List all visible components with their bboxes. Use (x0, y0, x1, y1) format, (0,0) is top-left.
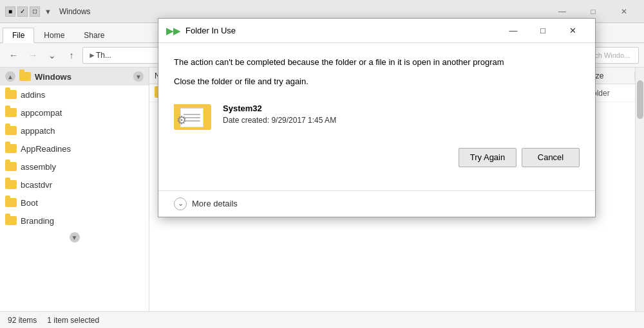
try-again-button[interactable]: Try Again (459, 148, 516, 167)
dialog-footer: ⌄ More details (158, 190, 595, 217)
dialog-buttons: Try Again Cancel (174, 148, 580, 167)
more-details-link[interactable]: More details (192, 199, 238, 208)
cancel-button[interactable]: Cancel (522, 148, 580, 167)
folder-date: Date created: 9/29/2017 1:45 AM (223, 116, 336, 125)
dialog-folder-info: ⚙ System32 Date created: 9/29/2017 1:45 … (174, 99, 580, 130)
dialog-maximize-button[interactable]: □ (528, 21, 558, 41)
folder-detail: System32 Date created: 9/29/2017 1:45 AM (223, 104, 336, 125)
dialog-controls: — □ ✕ (498, 21, 587, 41)
dialog-body: The action can't be completed because th… (158, 43, 595, 190)
dialog-title-icon: ▶▶ (166, 26, 180, 36)
dialog-message-sub: Close the folder or file and try again. (174, 77, 580, 86)
green-arrow-icon: ▶▶ (166, 26, 180, 36)
dialog-minimize-button[interactable]: — (498, 21, 528, 41)
chevron-down-icon: ⌄ (178, 199, 184, 208)
dialog-close-button[interactable]: ✕ (558, 21, 587, 41)
folder-name: System32 (223, 104, 336, 113)
more-details-icon[interactable]: ⌄ (174, 197, 187, 210)
gear-icon: ⚙ (176, 114, 187, 126)
dialog-overlay: ▶▶ Folder In Use — □ ✕ The action can't … (0, 0, 644, 328)
dialog-title-bar: ▶▶ Folder In Use — □ ✕ (158, 19, 595, 43)
system32-folder-icon: ⚙ (174, 99, 213, 130)
dialog-title-text: Folder In Use (185, 26, 493, 35)
dialog-message-main: The action can't be completed because th… (174, 56, 580, 69)
folder-in-use-dialog: ▶▶ Folder In Use — □ ✕ The action can't … (158, 18, 596, 217)
